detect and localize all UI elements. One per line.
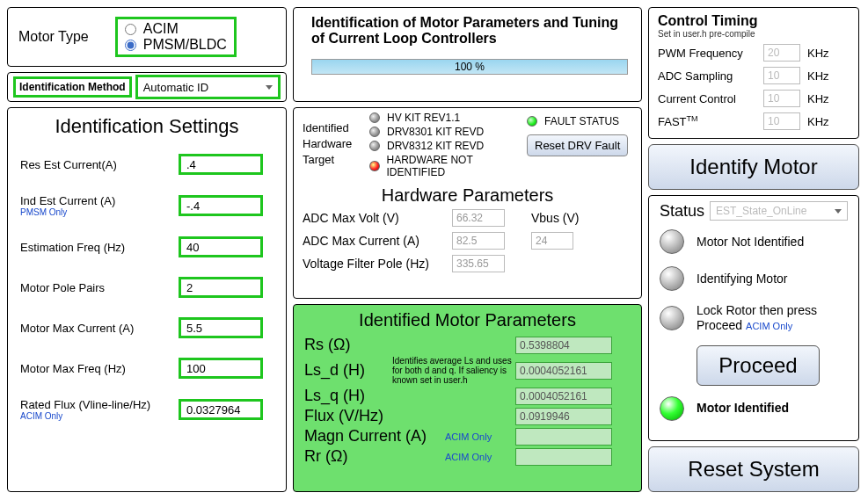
led-off-icon — [660, 266, 684, 291]
fast-value: 10 — [763, 112, 800, 130]
control-timing-sub: Set in user.h pre-compile — [658, 29, 850, 39]
status-lock-rotor: Lock Rotor then press Proceed ACIM Only — [660, 303, 848, 333]
hw-target-label: Identified Hardware Target — [303, 112, 369, 180]
control-timing-title: Control Timing — [658, 13, 850, 29]
setting-label: Motor Max Current (A) — [20, 322, 179, 335]
fast-label: FASTTM — [658, 114, 763, 128]
motor-type-label: Motor Type — [18, 29, 89, 45]
flux-label: Flux (V/Hz) — [304, 407, 392, 425]
setting-label: Rated Flux (Vline-line/Hz)ACIM Only — [20, 398, 179, 421]
setting-label: Motor Max Freq (Hz) — [20, 362, 179, 375]
lsq-label: Ls_q (H) — [304, 387, 392, 405]
led-off-icon — [369, 127, 380, 137]
adc-sampling-label: ADC Sampling — [658, 69, 763, 83]
setting-input[interactable]: 0.0327964 — [179, 399, 263, 420]
rs-label: Rs (Ω) — [304, 336, 392, 354]
adc-max-current-label: ADC Max Current (A) — [303, 234, 452, 248]
vbus-label: Vbus (V) — [531, 211, 593, 225]
magn-value — [515, 428, 612, 446]
main-title-text: Identification of Motor Parameters and T… — [311, 15, 624, 47]
pwm-freq-label: PWM Frequency — [658, 47, 763, 60]
setting-label: Res Est Current(A) — [20, 158, 179, 171]
rs-value: 0.5398804 — [515, 337, 612, 354]
setting-row-3: Motor Pole Pairs2 — [20, 277, 274, 298]
flux-value: 0.0919946 — [515, 408, 612, 425]
vbus-value: 24 — [531, 232, 573, 250]
main-title-panel: Identification of Motor Parameters and T… — [293, 7, 642, 102]
led-red-icon — [369, 161, 380, 171]
motor-params-panel: Identified Motor Parameters Rs (Ω)0.5398… — [293, 304, 642, 492]
motor-type-pmsm[interactable]: PMSM/BLDC — [125, 37, 227, 53]
magn-label: Magn Current (A) — [304, 427, 445, 446]
acim-only-note: ACIM Only — [445, 452, 515, 462]
setting-sublabel: ACIM Only — [20, 411, 179, 421]
setting-input[interactable]: 2 — [179, 277, 263, 298]
radio-pmsm[interactable] — [125, 40, 136, 51]
setting-label: Motor Pole Pairs — [20, 281, 179, 294]
status-motor-identified: Motor Identified — [660, 396, 848, 421]
setting-input[interactable]: 100 — [179, 358, 263, 379]
setting-input[interactable]: .4 — [179, 154, 263, 175]
lsd-label: Ls_d (H) — [304, 361, 392, 380]
progress-bar: 100 % — [311, 59, 628, 75]
id-method-label: Identification Method — [13, 76, 132, 98]
led-green-icon — [527, 116, 537, 127]
fault-status: FAULT STATUS — [527, 115, 632, 127]
adc-max-volt-label: ADC Max Volt (V) — [303, 211, 452, 225]
setting-row-0: Res Est Current(A).4 — [20, 154, 274, 175]
setting-input[interactable]: 5.5 — [179, 317, 263, 338]
id-settings-panel: Identification Settings Res Est Current(… — [7, 107, 287, 492]
proceed-button[interactable]: Proceed — [697, 345, 820, 386]
motor-params-title: Identified Motor Parameters — [304, 310, 631, 330]
setting-input[interactable]: -.4 — [179, 195, 263, 216]
status-title: Status — [660, 202, 704, 221]
led-off-icon — [660, 306, 684, 330]
vfp-label: Voltage Filter Pole (Hz) — [303, 257, 452, 271]
radio-acim[interactable] — [125, 24, 136, 35]
id-method-panel: Identification Method Automatic ID — [7, 72, 287, 102]
setting-label: Ind Est Current (A)PMSM Only — [20, 194, 179, 217]
setting-row-4: Motor Max Current (A)5.5 — [20, 317, 274, 338]
rr-label: Rr (Ω) — [304, 447, 445, 466]
ls-note: Identifies average Ls and uses for both … — [392, 356, 515, 385]
led-off-icon — [369, 112, 380, 123]
hw-params-title: Hardware Parameters — [303, 185, 632, 206]
identify-motor-button[interactable]: Identify Motor — [648, 144, 859, 190]
status-state-select[interactable]: EST_State_OnLine — [710, 201, 848, 221]
adc-max-current-value: 82.5 — [452, 232, 505, 250]
id-settings-title: Identification Settings — [20, 115, 274, 138]
setting-row-2: Estimation Freq (Hz)40 — [20, 236, 274, 257]
lsq-value: 0.0004052161 — [515, 388, 612, 405]
hw-target-list: HV KIT REV1.1 DRV8301 KIT REVD DRV8312 K… — [369, 112, 527, 180]
lsd-value: 0.0004052161 — [515, 362, 612, 380]
hardware-panel: Identified Hardware Target HV KIT REV1.1… — [293, 107, 642, 299]
reset-drv-fault-button[interactable]: Reset DRV Fault — [527, 134, 628, 156]
hw-item-notid: HARDWARE NOT IDENTIFIED — [369, 154, 527, 178]
current-control-value: 10 — [763, 90, 800, 107]
status-identifying: Identifying Motor — [660, 266, 848, 291]
led-green-icon — [660, 396, 684, 421]
setting-row-5: Motor Max Freq (Hz)100 — [20, 358, 274, 379]
setting-sublabel: PMSM Only — [20, 207, 179, 217]
status-not-identified: Motor Not Identified — [660, 229, 848, 254]
adc-max-volt-value: 66.32 — [452, 209, 505, 227]
control-timing-panel: Control Timing Set in user.h pre-compile… — [648, 7, 859, 139]
chevron-down-icon — [266, 85, 273, 90]
motor-type-radio-group: ACIM PMSM/BLDC — [115, 17, 237, 57]
setting-input[interactable]: 40 — [179, 236, 263, 257]
vfp-value: 335.65 — [452, 255, 505, 272]
setting-label: Estimation Freq (Hz) — [20, 241, 179, 254]
pwm-freq-value: 20 — [763, 44, 800, 62]
hw-item-hvkit: HV KIT REV1.1 — [369, 112, 527, 124]
adc-sampling-value: 10 — [763, 67, 800, 84]
acim-only-note: ACIM Only — [445, 431, 515, 442]
id-method-select[interactable]: Automatic ID — [135, 75, 281, 99]
rr-value — [515, 448, 612, 466]
current-control-label: Current Control — [658, 92, 763, 105]
led-off-icon — [660, 229, 684, 254]
hw-item-drv8312: DRV8312 KIT REVD — [369, 140, 527, 152]
setting-row-1: Ind Est Current (A)PMSM Only-.4 — [20, 194, 274, 217]
motor-type-acim[interactable]: ACIM — [125, 21, 227, 37]
chevron-down-icon — [835, 209, 842, 214]
reset-system-button[interactable]: Reset System — [648, 446, 859, 492]
